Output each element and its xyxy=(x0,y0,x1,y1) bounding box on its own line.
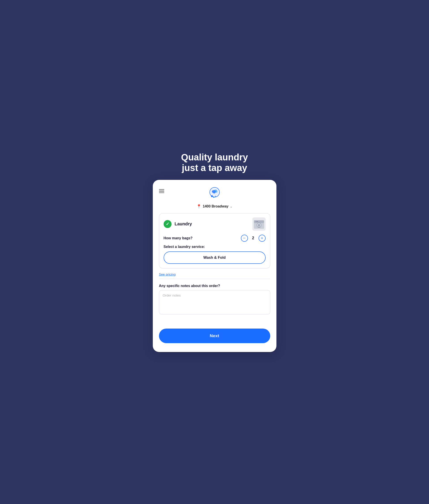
service-title-row: Laundry xyxy=(164,220,192,228)
decrease-button[interactable]: − xyxy=(241,235,248,242)
wash-fold-button[interactable]: Wash & Fold xyxy=(164,252,266,264)
location-selector[interactable]: 📍 1400 Broadway ⌄ xyxy=(153,202,276,213)
service-image xyxy=(252,217,266,231)
see-pricing-link[interactable]: See pricing xyxy=(159,272,176,276)
app-logo xyxy=(208,186,222,200)
bags-row: How many bags? − 2 + xyxy=(164,235,266,242)
service-header: Laundry xyxy=(164,217,266,231)
hamburger-menu[interactable] xyxy=(159,189,164,193)
svg-point-4 xyxy=(215,196,216,197)
card-content: Laundry xyxy=(153,213,276,329)
divider xyxy=(159,279,270,279)
quantity-stepper: − 2 + xyxy=(241,235,266,242)
svg-point-2 xyxy=(211,195,213,197)
select-service-label: Select a laundry service: xyxy=(164,245,266,249)
main-card: 📍 1400 Broadway ⌄ Laundry xyxy=(153,180,276,352)
next-button[interactable]: Next xyxy=(159,329,270,343)
svg-point-10 xyxy=(256,221,257,222)
notes-label: Any specific notes about this order? xyxy=(159,284,270,288)
svg-point-9 xyxy=(258,225,260,226)
spacer xyxy=(159,315,270,329)
location-pin-icon: 📍 xyxy=(196,204,201,209)
order-notes-input[interactable] xyxy=(159,290,270,315)
service-card: Laundry xyxy=(159,213,270,269)
increase-button[interactable]: + xyxy=(259,235,266,242)
svg-point-3 xyxy=(213,197,214,198)
location-text: 1400 Broadway xyxy=(203,204,228,208)
service-check-icon xyxy=(164,220,172,228)
hero-title: Quality laundry just a tap away xyxy=(181,152,248,173)
svg-point-11 xyxy=(257,221,258,222)
chevron-down-icon: ⌄ xyxy=(230,205,233,208)
service-name: Laundry xyxy=(175,221,192,226)
svg-rect-6 xyxy=(254,220,264,223)
bags-label: How many bags? xyxy=(164,236,193,240)
card-header xyxy=(153,180,276,202)
bags-count: 2 xyxy=(251,236,255,240)
